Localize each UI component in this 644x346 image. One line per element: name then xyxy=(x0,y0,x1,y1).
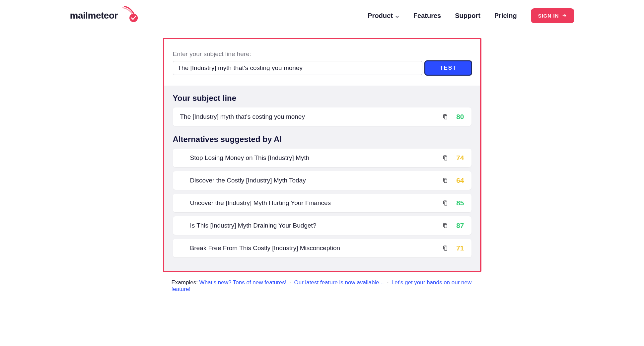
alternative-text: Is This [Industry] Myth Draining Your Bu… xyxy=(180,222,436,229)
separator: - xyxy=(385,279,390,286)
alternative-score: 87 xyxy=(454,222,464,230)
svg-rect-1 xyxy=(444,115,447,119)
alternative-text: Break Free From This Costly [Industry] M… xyxy=(180,244,436,252)
separator: - xyxy=(288,279,293,286)
svg-rect-3 xyxy=(444,179,447,183)
your-subject-score: 80 xyxy=(454,113,464,121)
copy-icon[interactable] xyxy=(442,154,448,162)
alternative-card: Discover the Costly [Industry] Myth Toda… xyxy=(173,171,471,190)
examples-label: Examples: xyxy=(172,279,198,286)
signin-button[interactable]: SIGN IN xyxy=(531,8,574,23)
subject-line-tester: Enter your subject line here: TEST Your … xyxy=(163,38,481,272)
nav-product-label: Product xyxy=(368,12,393,20)
alternative-score: 74 xyxy=(454,154,464,162)
svg-rect-5 xyxy=(444,224,447,228)
copy-icon[interactable] xyxy=(442,177,448,184)
alternative-text: Discover the Costly [Industry] Myth Toda… xyxy=(180,177,436,184)
meteor-icon xyxy=(120,6,138,24)
svg-rect-6 xyxy=(444,247,447,250)
alternatives-list: Stop Losing Money on This [Industry] Myt… xyxy=(173,149,471,257)
your-subject-title: Your subject line xyxy=(173,94,471,103)
results-area: Your subject line The [Industry] myth th… xyxy=(164,86,480,271)
nav-support[interactable]: Support xyxy=(455,12,480,20)
copy-icon[interactable] xyxy=(442,113,448,120)
your-subject-card: The [Industry] myth that's costing you m… xyxy=(173,107,471,126)
site-header: mailmeteor Product Features Support Pric… xyxy=(70,7,574,38)
brand[interactable]: mailmeteor xyxy=(70,7,138,25)
nav-product[interactable]: Product xyxy=(368,12,399,20)
main-nav: Product Features Support Pricing SIGN IN xyxy=(368,8,574,23)
nav-pricing[interactable]: Pricing xyxy=(494,12,517,20)
alternative-card: Stop Losing Money on This [Industry] Myt… xyxy=(173,149,471,167)
your-subject-text: The [Industry] myth that's costing you m… xyxy=(180,113,436,120)
example-link[interactable]: What's new? Tons of new features! xyxy=(199,279,287,286)
subject-input[interactable] xyxy=(173,61,423,75)
alternative-text: Stop Losing Money on This [Industry] Myt… xyxy=(180,154,436,162)
alternative-score: 85 xyxy=(454,199,464,207)
brand-name: mailmeteor xyxy=(70,10,118,21)
svg-point-0 xyxy=(129,14,138,22)
copy-icon[interactable] xyxy=(442,199,448,207)
input-label: Enter your subject line here: xyxy=(173,50,471,58)
input-row: TEST xyxy=(173,61,471,75)
svg-rect-2 xyxy=(444,157,447,160)
signin-label: SIGN IN xyxy=(538,13,559,19)
arrow-right-icon xyxy=(562,13,567,18)
svg-rect-4 xyxy=(444,202,447,205)
alternative-score: 64 xyxy=(454,176,464,184)
input-area: Enter your subject line here: TEST xyxy=(164,39,480,86)
alternative-card: Break Free From This Costly [Industry] M… xyxy=(173,239,471,257)
test-button[interactable]: TEST xyxy=(425,61,471,75)
copy-icon[interactable] xyxy=(442,222,448,229)
alternative-card: Uncover the [Industry] Myth Hurting Your… xyxy=(173,194,471,212)
example-link[interactable]: Our latest feature is now available... xyxy=(294,279,384,286)
examples-row: Examples: What's new? Tons of new featur… xyxy=(163,279,481,293)
nav-features[interactable]: Features xyxy=(413,12,441,20)
copy-icon[interactable] xyxy=(442,244,448,252)
alternative-score: 71 xyxy=(454,244,464,252)
alternative-card: Is This [Industry] Myth Draining Your Bu… xyxy=(173,216,471,235)
alternatives-title: Alternatives suggested by AI xyxy=(173,135,471,144)
alternative-text: Uncover the [Industry] Myth Hurting Your… xyxy=(180,199,436,207)
chevron-down-icon xyxy=(395,13,399,18)
